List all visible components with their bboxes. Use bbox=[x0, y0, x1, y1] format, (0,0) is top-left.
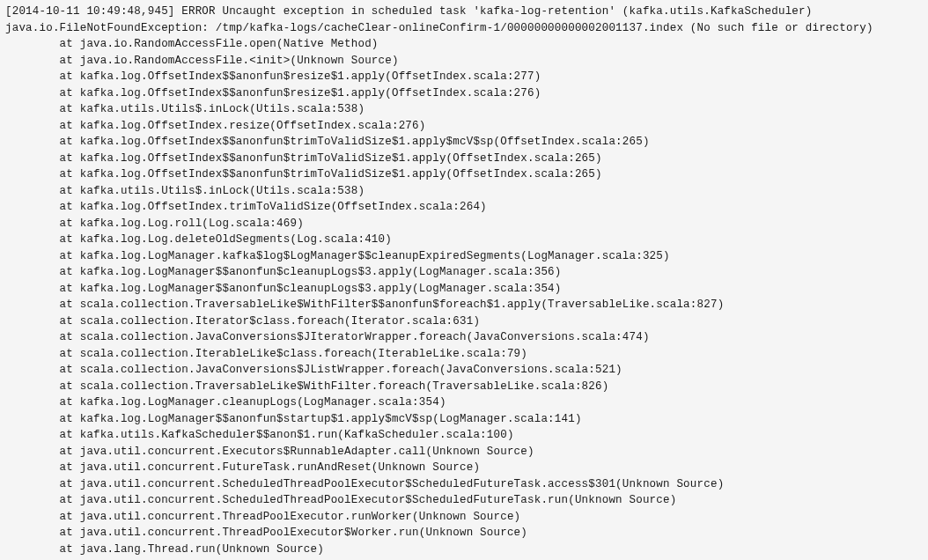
stack-frame: at scala.collection.TraversableLike$With… bbox=[5, 297, 923, 313]
stack-frame: at kafka.log.LogManager$$anonfun$startup… bbox=[5, 411, 923, 428]
stack-frame: at kafka.log.LogManager$$anonfun$cleanup… bbox=[5, 281, 923, 298]
stack-frame: at java.util.concurrent.ThreadPoolExecut… bbox=[5, 525, 923, 542]
stack-frame: at kafka.utils.KafkaScheduler$$anon$1.ru… bbox=[5, 427, 923, 444]
stack-frame: at kafka.log.OffsetIndex$$anonfun$trimTo… bbox=[5, 151, 923, 167]
stack-frame: at scala.collection.Iterator$class.forea… bbox=[5, 313, 923, 330]
stack-frame: at kafka.log.OffsetIndex.trimToValidSize… bbox=[5, 199, 923, 216]
stack-frame: at kafka.utils.Utils$.inLock(Utils.scala… bbox=[5, 183, 923, 200]
stack-frame: at kafka.utils.Utils$.inLock(Utils.scala… bbox=[5, 101, 923, 118]
stack-frame: at scala.collection.JavaConversions$JIte… bbox=[5, 329, 923, 346]
stack-frame: at java.io.RandomAccessFile.<init>(Unkno… bbox=[5, 53, 923, 70]
stack-frame: at java.util.concurrent.FutureTask.runAn… bbox=[5, 460, 923, 476]
stack-frame: at java.util.concurrent.Executors$Runnab… bbox=[5, 444, 923, 461]
stack-frame: at java.util.concurrent.ScheduledThreadP… bbox=[5, 492, 923, 509]
stack-frame: at java.io.RandomAccessFile.open(Native … bbox=[5, 36, 923, 53]
stack-frame: at scala.collection.JavaConversions$JLis… bbox=[5, 362, 923, 379]
stack-frame: at scala.collection.IterableLike$class.f… bbox=[5, 346, 923, 363]
stack-frame: at java.util.concurrent.ThreadPoolExecut… bbox=[5, 509, 923, 526]
stack-frame: at java.util.concurrent.ScheduledThreadP… bbox=[5, 476, 923, 493]
stack-frame: at java.lang.Thread.run(Unknown Source) bbox=[5, 542, 923, 558]
stack-frame: at kafka.log.Log.roll(Log.scala:469) bbox=[5, 216, 923, 232]
stack-frame: at kafka.log.LogManager.kafka$log$LogMan… bbox=[5, 248, 923, 265]
stack-frame: at kafka.log.OffsetIndex.resize(OffsetIn… bbox=[5, 118, 923, 135]
stack-frame: at kafka.log.OffsetIndex$$anonfun$resize… bbox=[5, 69, 923, 85]
log-header-line: [2014-10-11 10:49:48,945] ERROR Uncaught… bbox=[5, 4, 923, 20]
stack-frame: at kafka.log.OffsetIndex$$anonfun$trimTo… bbox=[5, 166, 923, 183]
log-exception-line: java.io.FileNotFoundException: /tmp/kafk… bbox=[5, 20, 923, 37]
stack-frame: at kafka.log.OffsetIndex$$anonfun$trimTo… bbox=[5, 134, 923, 151]
stack-frame: at kafka.log.LogManager.cleanupLogs(LogM… bbox=[5, 394, 923, 411]
stack-frame: at kafka.log.LogManager$$anonfun$cleanup… bbox=[5, 264, 923, 281]
stack-frame: at kafka.log.OffsetIndex$$anonfun$resize… bbox=[5, 85, 923, 102]
stack-frame: at kafka.log.Log.deleteOldSegments(Log.s… bbox=[5, 232, 923, 248]
stack-frame: at scala.collection.TraversableLike$With… bbox=[5, 379, 923, 395]
